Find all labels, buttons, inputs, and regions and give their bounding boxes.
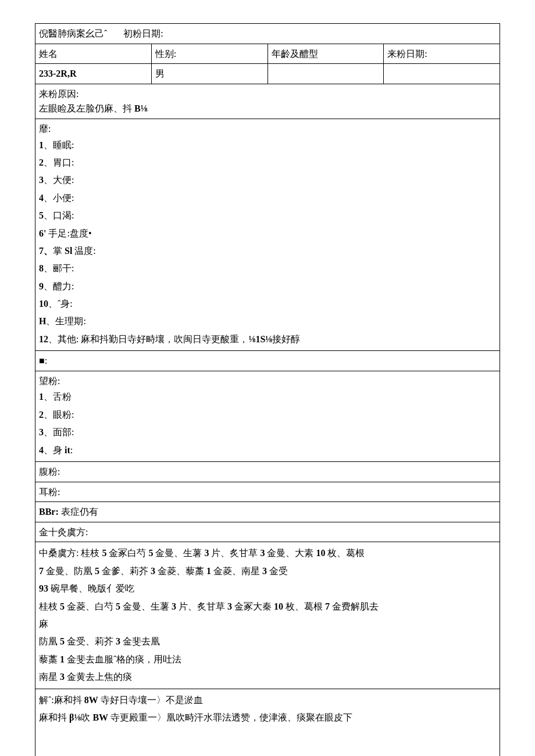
symptom-item: 4、小便: <box>39 189 496 207</box>
sex-label: 性别: <box>151 44 268 64</box>
header-row: 倪醫肺病案幺己ˆ 初粉日期: <box>35 24 500 44</box>
block-label: ■: <box>35 351 500 371</box>
symptom-item: 1、睡眠: <box>39 137 496 154</box>
wang-list: 1、舌粉2、眼粉:3、面部:4、身 it: <box>39 388 496 459</box>
symptom-item: 6' 手足:盘度• <box>39 225 496 242</box>
rx-line: 麻 <box>39 615 496 633</box>
symptoms-label: 靡: <box>39 121 496 137</box>
symptoms-list: 1、睡眠:2、胃口:3、大便:4、小便:5、口渴:6' 手足:盘度•7、掌 Sl… <box>39 137 496 349</box>
patient-visit-date <box>384 64 500 84</box>
rx-cell: 中桑虞方: 桂枝 5 金冢白芍 5 金曼、生薯 3 片、炙甘草 3 金曼、大素 … <box>35 542 500 689</box>
patient-age <box>268 64 384 84</box>
age-label: 年齡及醴型 <box>268 44 384 64</box>
wang-item: 2、眼粉: <box>39 406 496 424</box>
name-label: 姓名 <box>35 44 152 64</box>
symptom-item: H、生理期: <box>39 313 496 330</box>
rx-line: 桂枝 5 金菱、白芍 5 金曼、生薯 3 片、炙甘草 3 金冢大秦 10 枚、葛… <box>39 598 496 615</box>
jie-cell: 解ˆ:麻和抖 8W 寺好日寺壤一〉不是淤血麻和抖 β⅛吹 BW 寺更殿重一〉凰吹… <box>35 689 500 756</box>
wang-item: 3、面部: <box>39 424 496 441</box>
wang-label: 望粉: <box>39 374 496 389</box>
bbr-text: 表症仍有 <box>61 507 98 517</box>
rx-line: 藜藁 1 金斐去血服ˆ格的痰，用吐法 <box>39 651 496 668</box>
reason-cell: 来粉原因: 左眼睑及左脸仍麻、抖 B⅛ <box>35 84 500 119</box>
bbr-label: BBr: <box>39 507 61 517</box>
symptom-item: 7、掌 Sl 温度: <box>39 242 496 260</box>
wang-item: 1、舌粉 <box>39 388 496 406</box>
rx-line: 93 碗早餐、晚版亻爱吃 <box>39 580 496 597</box>
symptom-item: 9、醴力: <box>39 278 496 295</box>
symptom-item: 2、胃口: <box>39 154 496 171</box>
bbr-cell: BBr: 表症仍有 <box>35 502 500 522</box>
medical-record-table: 倪醫肺病案幺己ˆ 初粉日期: 姓名 性别: 年齡及醴型 来粉日期: 233-2R… <box>35 23 500 756</box>
rx-label: 金十灸虞方: <box>35 522 500 542</box>
rx-line: 中桑虞方: 桂枝 5 金冢白芍 5 金曼、生薯 3 片、炙甘草 3 金曼、大素 … <box>39 544 496 562</box>
reason-label: 来粉原因: <box>39 87 496 102</box>
symptom-item: 8、郦干: <box>39 260 496 277</box>
rx-line: 防凰 5 金受、莉芥 3 金斐去凰 <box>39 633 496 650</box>
wang-item: 4、身 it: <box>39 442 496 459</box>
patient-sex: 男 <box>151 64 268 84</box>
visit-date-label: 来粉日期: <box>384 44 500 64</box>
patient-code: 233-2R,R <box>35 64 152 84</box>
rx-line: 南星 3 金黄去上焦的痰 <box>39 668 496 686</box>
symptom-item: 12、其他: 麻和抖勤日寺好畤壤，吹闽日寺更酸重，⅛1S⅛接好醇 <box>39 331 496 348</box>
title-prefix: 倪醫肺病案幺己ˆ <box>39 28 107 38</box>
jie-lines: 解ˆ:麻和抖 8W 寺好日寺壤一〉不是淤血麻和抖 β⅛吹 BW 寺更殿重一〉凰吹… <box>39 691 496 727</box>
wang-cell: 望粉: 1、舌粉2、眼粉:3、面部:4、身 it: <box>35 371 500 461</box>
symptom-item: 10、ˆ身: <box>39 295 496 313</box>
jie-line: 解ˆ:麻和抖 8W 寺好日寺壤一〉不是淤血 <box>39 691 496 709</box>
rx-line: 7 金曼、防凰 5 金爹、莉芥 3 金菱、藜藁 1 金菱、南星 3 金受 <box>39 562 496 580</box>
init-date-label: 初粉日期: <box>123 28 163 38</box>
symptom-item: 5、口渴: <box>39 207 496 224</box>
er-label: 耳粉: <box>35 482 500 502</box>
reason-text: 左眼睑及左脸仍麻、抖 B⅛ <box>39 101 496 116</box>
symptoms-cell: 靡: 1、睡眠:2、胃口:3、大便:4、小便:5、口渴:6' 手足:盘度•7、掌… <box>35 119 500 350</box>
fu-label: 腹粉: <box>35 462 500 482</box>
symptom-item: 3、大便: <box>39 171 496 189</box>
rx-lines: 中桑虞方: 桂枝 5 金冢白芍 5 金曼、生薯 3 片、炙甘草 3 金曼、大素 … <box>39 544 496 686</box>
jie-line: 麻和抖 β⅛吹 BW 寺更殿重一〉凰吹畤汗水罪法透赞，使津液、痰聚在眼皮下 <box>39 709 496 726</box>
